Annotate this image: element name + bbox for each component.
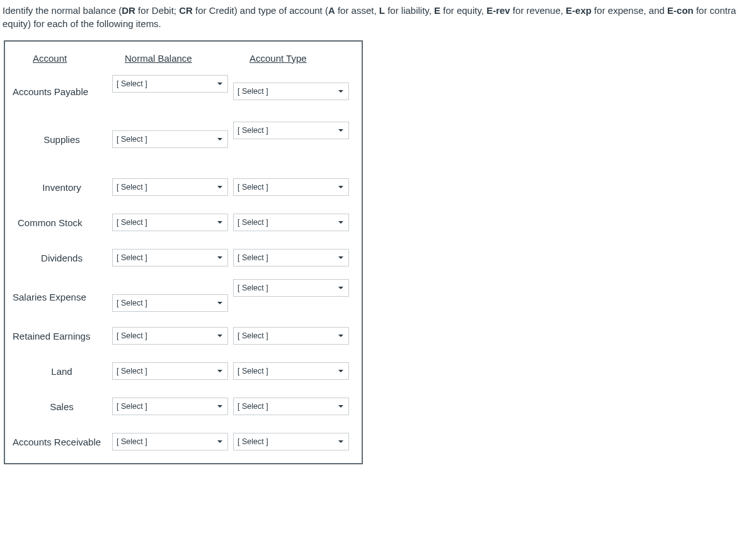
table-row: Supplies [ Select ] [ Select ] [11,130,355,148]
normal-balance-select[interactable]: [ Select ] [112,362,228,380]
account-type-select[interactable]: [ Select ] [233,433,349,450]
row-label: Sales [11,401,112,412]
row-label: Inventory [11,182,112,193]
table-row: Dividends [ Select ] [ Select ] [11,249,355,266]
row-label: Dividends [11,253,112,263]
row-label: Accounts Receivable [11,437,112,447]
table-row: Sales [ Select ] [ Select ] [11,398,355,415]
normal-balance-select[interactable]: [ Select ] [112,178,228,196]
header-account: Account [11,53,112,64]
row-label: Retained Earnings [11,331,112,341]
normal-balance-select[interactable]: [ Select ] [112,398,228,415]
account-type-select[interactable]: [ Select ] [233,279,349,297]
normal-balance-select[interactable]: [ Select ] [112,249,228,266]
normal-balance-select[interactable]: [ Select ] [112,433,228,450]
header-normal-balance: Normal Balance [112,53,238,64]
column-headers: Account Normal Balance Account Type [11,53,355,64]
normal-balance-select[interactable]: [ Select ] [112,214,228,231]
row-label: Salaries Expense [11,292,112,302]
table-row: Land [ Select ] [ Select ] [11,362,355,380]
table-row: Accounts Receivable [ Select ] [ Select … [11,433,355,450]
question-box: Account Normal Balance Account Type Acco… [4,40,363,464]
normal-balance-select[interactable]: [ Select ] [112,294,228,312]
row-label: Land [11,366,112,377]
account-type-select[interactable]: [ Select ] [233,362,349,380]
account-type-select[interactable]: [ Select ] [233,178,349,196]
table-row: Retained Earnings [ Select ] [ Select ] [11,327,355,345]
account-type-select[interactable]: [ Select ] [233,327,349,345]
row-label: Accounts Payable [11,86,112,97]
normal-balance-select[interactable]: [ Select ] [112,327,228,345]
account-type-select[interactable]: [ Select ] [233,83,349,100]
account-type-select[interactable]: [ Select ] [233,398,349,415]
account-type-select[interactable]: [ Select ] [233,214,349,231]
normal-balance-select[interactable]: [ Select ] [112,75,228,93]
table-row: Accounts Payable [ Select ] [ Select ] [11,83,355,100]
table-row: Inventory [ Select ] [ Select ] [11,178,355,196]
account-type-select[interactable]: [ Select ] [233,249,349,266]
table-row: Salaries Expense [ Select ] [ Select ] [11,288,355,306]
row-label: Common Stock [11,217,112,228]
instructions-text: Identify the normal balance (DR for Debi… [0,0,756,34]
row-label: Supplies [11,134,112,145]
table-row: Common Stock [ Select ] [ Select ] [11,214,355,231]
header-account-type: Account Type [238,53,355,64]
normal-balance-select[interactable]: [ Select ] [112,130,228,148]
account-type-select[interactable]: [ Select ] [233,122,349,139]
